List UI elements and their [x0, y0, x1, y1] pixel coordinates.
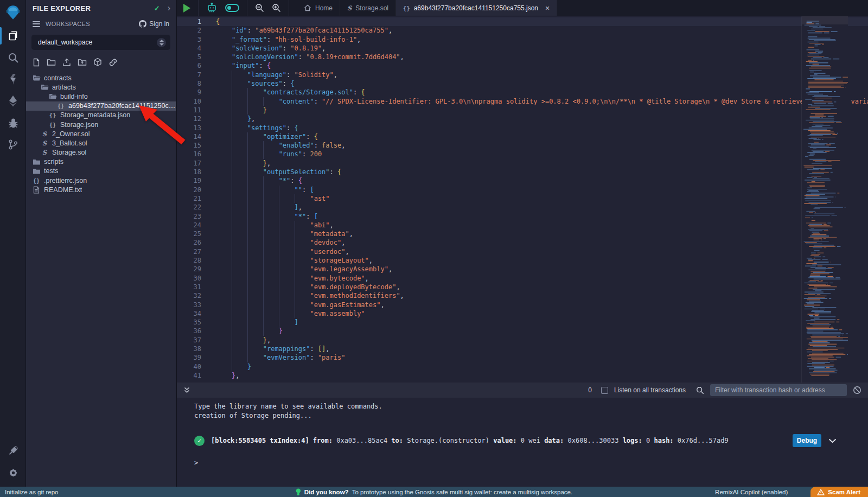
search-icon[interactable] [0, 47, 26, 68]
code-line[interactable]: 11 } [177, 106, 868, 114]
code-line[interactable]: 16 "runs": 200 [177, 150, 868, 158]
minimap[interactable] [801, 16, 847, 383]
code-line[interactable]: 21 "ast" [177, 194, 868, 203]
github-sign-in-button[interactable]: Sign in [139, 20, 169, 28]
code-line[interactable]: 30 "evm.bytecode", [177, 274, 868, 283]
new-folder-icon[interactable] [47, 58, 56, 66]
code-line[interactable]: 2 "id": "a69b43f277ba20fcac141151250ca75… [177, 26, 868, 35]
transaction-log-row[interactable]: ✓ [block:5583405 txIndex:4] from: 0xa03.… [194, 434, 868, 447]
remix-logo-icon[interactable] [0, 0, 26, 25]
git-init-status[interactable]: Initialize as git repo [0, 489, 58, 495]
copilot-status[interactable]: RemixAI Copilot (enabled) [715, 489, 788, 495]
code-line[interactable]: 12 }, [177, 114, 868, 123]
tree-item[interactable]: SStorage.sol [26, 148, 176, 157]
chevron-right-icon[interactable]: › [168, 4, 170, 12]
ai-assistant-icon[interactable] [206, 3, 218, 13]
new-file-icon[interactable] [33, 58, 40, 67]
tree-item[interactable]: README.txt [26, 185, 176, 194]
zoom-in-icon[interactable] [272, 3, 281, 12]
code-editor[interactable]: 1{2 "id": "a69b43f277ba20fcac141151250ca… [177, 16, 868, 383]
workspaces-menu-icon[interactable] [33, 20, 40, 28]
code-line[interactable]: 17 }, [177, 159, 868, 168]
debug-button[interactable]: Debug [793, 434, 821, 447]
terminal-controls: 0 Listen on all transactions [588, 384, 861, 396]
tree-item[interactable]: tests [26, 167, 176, 176]
code-line[interactable]: 7 "language": "Solidity", [177, 71, 868, 79]
code-line[interactable]: 18 "outputSelection": { [177, 168, 868, 176]
code-line[interactable]: 34 "evm.assembly" [177, 309, 868, 318]
code-line[interactable]: 38 "remappings": [], [177, 345, 868, 353]
code-line[interactable]: 32 "evm.methodIdentifiers", [177, 291, 868, 300]
listen-checkbox[interactable] [601, 387, 608, 394]
tab-a69b43f277ba20fcac141151250ca755-json[interactable]: {}a69b43f277ba20fcac141151250ca755.json× [396, 0, 557, 16]
code-line[interactable]: 20 "": [ [177, 186, 868, 194]
upload-folder-icon[interactable] [78, 58, 87, 66]
deploy-run-icon[interactable] [0, 90, 26, 112]
code-line[interactable]: 39 "evmVersion": "paris" [177, 353, 868, 362]
code-line[interactable]: 35 ] [177, 318, 868, 327]
close-icon[interactable]: × [545, 4, 550, 12]
code-line[interactable]: 19 "*": { [177, 176, 868, 185]
code-line[interactable]: 4 "solcVersion": "0.8.19", [177, 44, 868, 53]
listen-label[interactable]: Listen on all transactions [614, 386, 686, 394]
chevron-down-icon[interactable] [828, 438, 837, 443]
code-line[interactable]: 31 "evm.deployedBytecode", [177, 283, 868, 291]
code-line[interactable]: 24 "abi", [177, 221, 868, 230]
terminal-output[interactable]: Type the library name to see available c… [177, 398, 868, 467]
tab-home[interactable]: Home [297, 0, 340, 16]
tree-item[interactable]: contracts [26, 73, 176, 82]
code-line[interactable]: 40 } [177, 362, 868, 371]
code-line[interactable]: 29 "evm.legacyAssembly", [177, 265, 868, 273]
transaction-filter-input[interactable] [710, 384, 847, 396]
code-line[interactable]: 22 ], [177, 203, 868, 212]
code-line[interactable]: 15 "enabled": false, [177, 141, 868, 150]
code-line[interactable]: 8 "sources": { [177, 79, 868, 88]
clear-console-icon[interactable] [853, 386, 861, 394]
code-line[interactable]: 23 "*": [ [177, 212, 868, 221]
terminal-expand-icon[interactable] [183, 386, 190, 394]
code-line[interactable]: 13 "settings": { [177, 124, 868, 132]
code-line[interactable]: 27 "userdoc", [177, 247, 868, 256]
code-line[interactable]: 9 "contracts/Storage.sol": { [177, 88, 868, 97]
tree-item[interactable]: {}.prettierrc.json [26, 176, 176, 185]
workspace-select[interactable]: default_workspace [31, 35, 170, 50]
debugger-icon[interactable] [0, 112, 26, 133]
tree-item[interactable]: S3_Ballot.sol [26, 138, 176, 148]
code-line[interactable]: 1{ [177, 17, 868, 26]
code-line[interactable]: 6 "input": { [177, 61, 868, 70]
tree-item-label: .prettierrc.json [44, 177, 87, 184]
code-line[interactable]: 3 "_format": "hh-sol-build-info-1", [177, 35, 868, 44]
upload-file-icon[interactable] [62, 58, 71, 67]
copilot-toggle[interactable] [225, 4, 239, 12]
plugin-manager-icon[interactable] [0, 440, 26, 462]
code-line[interactable]: 41 }, [177, 371, 868, 380]
zoom-out-icon[interactable] [255, 3, 264, 12]
code-line[interactable]: 36 } [177, 327, 868, 335]
solidity-compiler-icon[interactable] [0, 68, 26, 90]
scam-alert-button[interactable]: Scam Alert [810, 487, 868, 497]
tree-item[interactable]: scripts [26, 157, 176, 167]
tree-item[interactable]: artifacts [26, 82, 176, 92]
link-icon[interactable] [108, 58, 118, 67]
code-line[interactable]: 14 "optimizer": { [177, 132, 868, 141]
code-line[interactable]: 10 "content": "// SPDX-License-Identifie… [177, 97, 868, 106]
tree-item[interactable]: {}Storage.json [26, 120, 176, 129]
code-line[interactable]: 28 "storageLayout", [177, 256, 868, 265]
code-line[interactable]: 26 "devdoc", [177, 238, 868, 247]
tree-item[interactable]: {}Storage_metadata.json [26, 111, 176, 120]
code-line[interactable]: 25 "metadata", [177, 230, 868, 238]
tree-item[interactable]: S2_Owner.sol [26, 129, 176, 138]
cube-icon[interactable] [93, 58, 102, 67]
terminal-prompt[interactable]: > [194, 459, 868, 467]
tab-storage-sol[interactable]: SStorage.sol [340, 0, 396, 16]
editor-code[interactable]: 1{2 "id": "a69b43f277ba20fcac141151250ca… [177, 16, 868, 383]
code-line[interactable]: 33 "evm.gasEstimates", [177, 301, 868, 309]
tree-item[interactable]: {}a69b43f277ba20fcac141151250ca7... [26, 101, 176, 111]
code-line[interactable]: 5 "solcLongVersion": "0.8.19+commit.7dd6… [177, 53, 868, 61]
file-explorer-icon[interactable] [0, 25, 26, 47]
git-icon[interactable] [0, 133, 26, 155]
settings-icon[interactable] [0, 462, 26, 483]
tree-item[interactable]: build-info [26, 92, 176, 101]
code-line[interactable]: 37 }, [177, 336, 868, 345]
run-script-button[interactable] [183, 4, 190, 12]
